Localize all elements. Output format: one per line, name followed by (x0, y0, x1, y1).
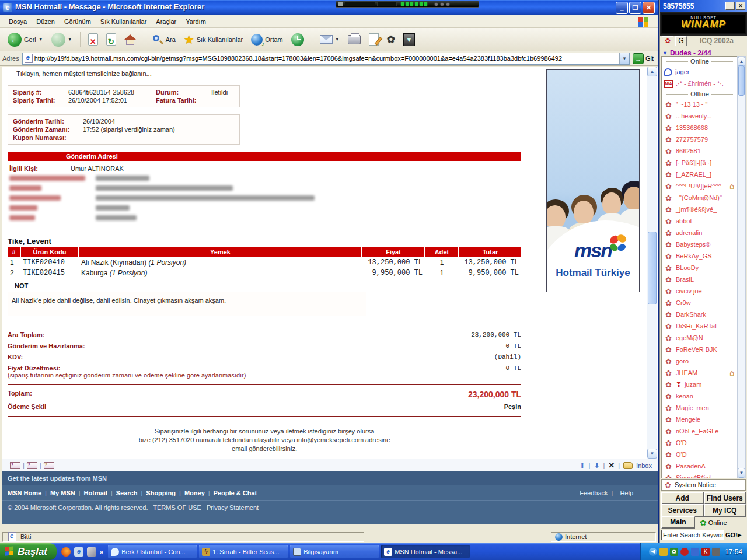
contact-row-offline[interactable]: ✿ Babysteps® (662, 239, 738, 250)
msn-footer-link[interactable]: MSN Home (8, 489, 47, 496)
terms-link[interactable]: TERMS OF USE (153, 504, 201, 511)
scroll-thumb[interactable] (648, 232, 657, 304)
mail-dropdown-icon[interactable]: ▼ (335, 37, 340, 42)
icq-g-button[interactable]: G (675, 36, 687, 46)
msn-footer-link[interactable]: My MSN (50, 489, 81, 496)
mail-button[interactable]: ▼ (317, 34, 343, 45)
contact-row-offline[interactable]: ✿ BrasiL (662, 274, 738, 285)
contact-row-offline[interactable]: ✿ DiSHi_KaRTaL (662, 320, 738, 332)
icq-scroll-down-arrow[interactable]: ▼ (738, 468, 745, 478)
task-button-my-computer[interactable]: Bilgisayarım (290, 545, 379, 558)
msn-footer-link[interactable]: Money (184, 489, 210, 496)
media-button[interactable]: Ortam (248, 33, 286, 47)
reply-icon[interactable] (10, 462, 20, 469)
task-button-hotmail[interactable]: e MSN Hotmail - Messa... (381, 545, 470, 558)
menu-item[interactable]: Yardım (181, 17, 210, 26)
message-scrollbar[interactable]: ▲ ▼ (647, 66, 657, 459)
address-input[interactable] (34, 55, 619, 62)
app-quicklaunch-icon[interactable] (87, 547, 96, 556)
msn-updates-banner[interactable]: Get the latest updates from MSN (2, 471, 658, 485)
menu-item[interactable]: Düzen (32, 17, 59, 26)
contact-row-offline[interactable]: ✿ O'D (662, 449, 738, 460)
privacy-link[interactable]: Privacy Statement (207, 504, 259, 511)
msn-footer-help-link[interactable]: Feedback (580, 489, 613, 496)
search-button[interactable]: Ara (149, 33, 179, 47)
reply-all-icon[interactable] (27, 462, 37, 469)
address-dropdown-button[interactable]: ▼ (619, 53, 629, 64)
go-button[interactable]: → Git (633, 53, 656, 64)
minimize-button[interactable]: _ (616, 2, 628, 14)
contact-row-offline[interactable]: ✿ BLooDy (662, 262, 738, 274)
contact-row-offline[interactable]: ✿ 272757579 (662, 134, 738, 145)
contact-row-offline[interactable]: ✿ BeRkAy_GS (662, 250, 738, 262)
history-button[interactable] (288, 32, 307, 47)
contact-row-offline[interactable]: ✿ Cr0w (662, 297, 738, 309)
stop-button[interactable]: ✕ (85, 32, 101, 47)
contact-row-offline[interactable]: ✿ Singer*B*ird (662, 472, 738, 478)
antivirus-tray-icon[interactable]: K (701, 548, 710, 556)
contact-row-offline[interactable]: ✿ DarkShark (662, 309, 738, 320)
close-button[interactable]: ✕ (643, 2, 655, 14)
tray-icon[interactable] (659, 548, 668, 556)
contact-row-offline[interactable]: ✿ PasadenA (662, 460, 738, 472)
forward-dropdown-icon[interactable]: ▼ (68, 37, 72, 42)
icq-list-scrollbar[interactable]: ▲ ▼ (737, 56, 746, 478)
winamp-shade-controls[interactable] (434, 2, 450, 6)
msn-footer-help-link[interactable]: Help (620, 489, 633, 496)
contact-row-offline[interactable]: ✿ egeM@N (662, 332, 738, 344)
previous-message-icon[interactable]: ⬆ (579, 461, 585, 470)
quicklaunch-overflow-chevron[interactable]: » (100, 548, 103, 555)
display-tray-icon[interactable] (712, 548, 720, 556)
icq-go-button[interactable]: GO! (725, 531, 738, 538)
favorites-button[interactable]: ★ Sık Kullanılanlar (181, 32, 246, 48)
firefox-icon[interactable] (61, 547, 71, 556)
add-button[interactable]: Add (661, 492, 704, 505)
contact-row-offline[interactable]: ✿ _"(CoMm@Nd)"_ (662, 192, 738, 204)
refresh-button[interactable]: ↻ (103, 32, 119, 47)
contact-row-offline[interactable]: ✿ adrenalin (662, 227, 738, 239)
icq-scroll-thumb[interactable] (738, 65, 745, 96)
contact-row-offline[interactable]: ✿ O'D (662, 437, 738, 449)
item-name-link[interactable]: Kaburga (1 Porsiyon) (79, 267, 362, 278)
contact-row-online[interactable]: jager (662, 66, 738, 78)
winamp-windowshade[interactable] (336, 1, 479, 8)
contact-row-offline[interactable]: ✿ [_AZRAEL_] (662, 169, 738, 180)
restore-button[interactable]: ❐ (629, 2, 641, 14)
inbox-link[interactable]: Inbox (636, 462, 652, 469)
my-icq-button[interactable]: My ICQ (704, 504, 746, 517)
task-button-winamp[interactable]: ϟ 1. Sirrah - Bitter Seas... (199, 545, 288, 558)
menu-item[interactable]: Araçlar (152, 17, 180, 26)
contact-row-offline[interactable]: ✿ ...heavenly... (662, 110, 738, 122)
next-message-icon[interactable]: ⬇ (594, 461, 599, 470)
msn-footer-link[interactable]: Hotmail (84, 489, 113, 496)
msn-footer-link[interactable]: People & Chat (214, 489, 257, 496)
icq-search-input[interactable] (661, 530, 724, 540)
icq-toolbar-button[interactable]: ✿ (384, 32, 398, 47)
contact-row-offline[interactable]: ✿ kenan (662, 390, 738, 402)
contact-row-offline[interactable]: ✿ " ~13 13~ " (662, 99, 738, 110)
ie-quicklaunch-icon[interactable]: e (74, 547, 83, 556)
contact-row-offline[interactable]: ✿ goro (662, 355, 738, 367)
main-button[interactable]: Main (661, 516, 695, 528)
contact-row-offline[interactable]: ✿ _jm¶®é§§jvé_ (662, 204, 738, 215)
icq-flower-button[interactable]: ✿ (662, 36, 673, 46)
msn-footer-link[interactable]: Search (116, 489, 143, 496)
tray-collapse-chevron[interactable]: ◀ (649, 548, 657, 556)
back-dropdown-icon[interactable]: ▼ (39, 37, 43, 42)
contact-row-offline[interactable]: ✿ JHEAM ⌂ (662, 367, 738, 379)
tray-icon[interactable] (680, 548, 689, 556)
menu-item[interactable]: Görünüm (60, 17, 95, 26)
system-notice-row[interactable]: ✿ System Notice (661, 479, 746, 491)
contact-row-offline[interactable]: ✿ civciv joe (662, 285, 738, 297)
winamp-shade-button[interactable] (338, 2, 343, 6)
contact-row-offline[interactable]: ✿ FoReVeR BJK (662, 344, 738, 355)
contact-row-offline[interactable]: ✿ nObLe_EaGLe (662, 425, 738, 437)
msn-footer-link[interactable]: Shopping (146, 489, 181, 496)
icq-tray-flower-icon[interactable]: ✿ (670, 548, 678, 556)
scroll-down-arrow[interactable]: ▼ (647, 449, 657, 459)
item-name-link[interactable]: Ali Nazik (Kıymadan) (1 Porsiyon) (79, 257, 362, 267)
contact-row-offline[interactable]: ✿ ❣ juzam (662, 379, 738, 390)
msn-hotmail-ad[interactable]: msn Hotmail Türkiye (546, 69, 640, 292)
home-button[interactable] (121, 33, 139, 46)
forward-icon[interactable] (44, 462, 54, 469)
